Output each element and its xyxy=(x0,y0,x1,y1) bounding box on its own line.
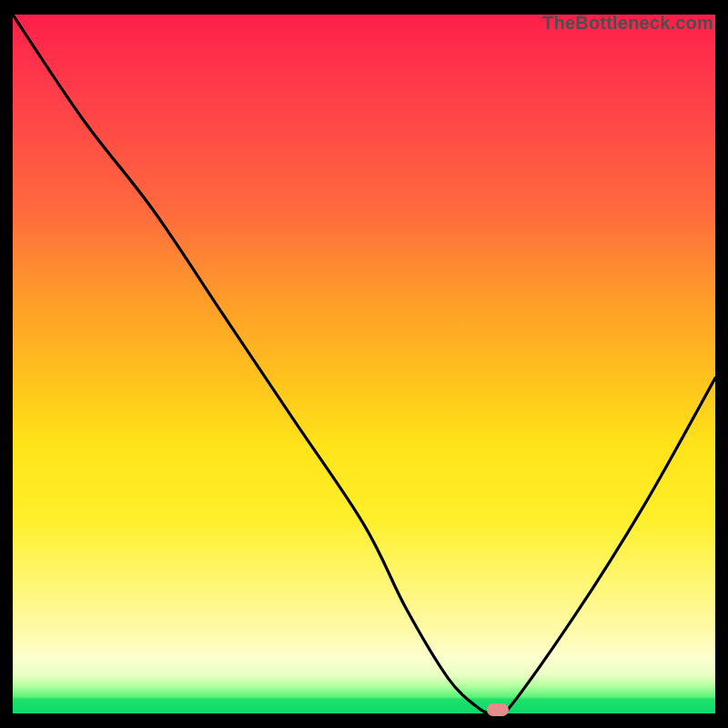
plot-area: TheBottleneck.com xyxy=(13,15,715,713)
chart-frame: TheBottleneck.com xyxy=(0,0,728,728)
watermark-text: TheBottleneck.com xyxy=(542,13,713,34)
optimal-marker xyxy=(487,703,509,716)
bottleneck-curve xyxy=(13,15,715,713)
